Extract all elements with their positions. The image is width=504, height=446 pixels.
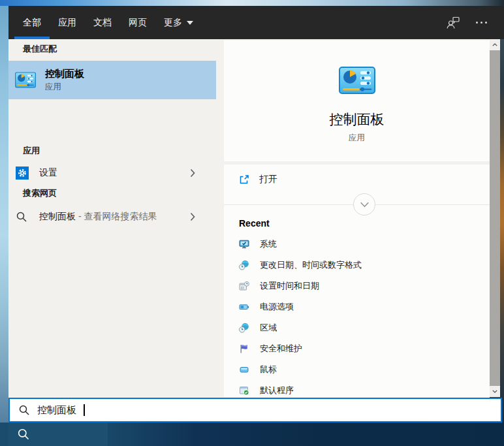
desktop-wallpaper-left (0, 6, 8, 422)
system-icon (239, 239, 249, 249)
open-external-icon (239, 174, 249, 185)
tab-more-label: 更多 (164, 17, 182, 29)
tab-all[interactable]: 全部 (14, 6, 50, 39)
tab-documents[interactable]: 文档 (85, 6, 120, 39)
chevron-up-icon (492, 43, 497, 46)
open-action[interactable]: 打开 (239, 174, 277, 185)
text-cursor (84, 404, 85, 416)
preview-body-card: 打开 Recent 系统 (224, 165, 490, 397)
chevron-down-icon (492, 390, 497, 393)
globe-clock-icon (239, 260, 249, 270)
ellipsis-icon[interactable] (475, 18, 488, 27)
recent-item-mouse[interactable]: 鼠标 (224, 359, 490, 380)
recent-item-default-programs[interactable]: 默认程序 (224, 380, 490, 397)
web-search-header: 搜索网页 (23, 187, 57, 199)
preview-subtitle: 应用 (349, 133, 365, 144)
web-search-query: 控制面板 (39, 211, 76, 221)
tab-web[interactable]: 网页 (120, 6, 155, 39)
recent-item-security-maintenance[interactable]: 安全和维护 (224, 338, 490, 359)
windows-search-flyout: 全部 应用 文档 网页 更多 最佳匹配 (0, 0, 504, 446)
desktop-wallpaper-top (0, 0, 504, 6)
flag-icon (239, 343, 249, 354)
scroll-down-button[interactable] (490, 386, 500, 397)
calendar-clock-icon (239, 281, 249, 291)
best-match-title: 控制面板 (45, 67, 84, 80)
recent-list: 系统 更改日期、时间或数字格式 (224, 234, 490, 397)
control-panel-icon (15, 72, 36, 89)
preview-header-card: 控制面板 应用 (224, 40, 490, 161)
feedback-icon[interactable] (446, 16, 460, 29)
best-match-result[interactable]: 控制面板 应用 (8, 61, 216, 99)
expand-collapse-button[interactable] (353, 193, 375, 215)
desktop-wallpaper-right (500, 39, 504, 422)
settings-gear-icon (16, 167, 29, 180)
search-filter-bar: 全部 应用 文档 网页 更多 (8, 6, 504, 39)
taskbar (0, 422, 504, 446)
web-search-suffix: - 查看网络搜索结果 (76, 211, 157, 221)
search-filter-tabs: 全部 应用 文档 网页 更多 (8, 6, 202, 39)
recent-item-region[interactable]: 区域 (224, 317, 490, 338)
search-icon (16, 211, 29, 223)
recent-item-power-options[interactable]: 电源选项 (224, 296, 490, 317)
recent-item-system[interactable]: 系统 (224, 234, 490, 255)
recent-item-change-date-formats[interactable]: 更改日期、时间或数字格式 (224, 255, 490, 276)
open-label: 打开 (259, 174, 277, 185)
dropdown-caret-icon (187, 21, 193, 25)
results-panel: 最佳匹配 控制面板 应用 (8, 39, 224, 398)
control-panel-icon (339, 67, 375, 95)
chevron-right-icon[interactable] (190, 212, 195, 221)
recent-header: Recent (239, 218, 270, 229)
tab-more[interactable]: 更多 (155, 6, 202, 39)
result-settings[interactable]: 设置 (8, 162, 216, 184)
apps-header: 应用 (23, 145, 40, 157)
scroll-up-button[interactable] (490, 39, 500, 50)
topbar-icons (446, 6, 504, 39)
globe-clock-icon (239, 323, 249, 333)
default-programs-icon (239, 385, 249, 396)
power-icon (239, 302, 249, 312)
taskbar-search-button[interactable] (8, 422, 108, 446)
preview-title: 控制面板 (330, 110, 385, 129)
best-match-header: 最佳匹配 (23, 43, 57, 55)
search-input[interactable]: 控制面板 (8, 398, 502, 422)
search-icon (17, 428, 30, 441)
recent-item-set-time-date[interactable]: 设置时间和日期 (224, 276, 490, 296)
mouse-icon (239, 364, 249, 375)
scrollbar-thumb[interactable] (490, 50, 500, 386)
chevron-right-icon[interactable] (190, 168, 195, 178)
scrollbar[interactable] (490, 39, 500, 397)
chevron-down-icon (360, 202, 370, 208)
settings-label: 设置 (39, 167, 57, 179)
result-web-search[interactable]: 控制面板 - 查看网络搜索结果 (8, 206, 216, 228)
search-input-value: 控制面板 (37, 404, 76, 417)
tab-apps[interactable]: 应用 (50, 6, 85, 39)
best-match-subtitle: 应用 (45, 82, 84, 93)
search-icon (18, 404, 30, 416)
